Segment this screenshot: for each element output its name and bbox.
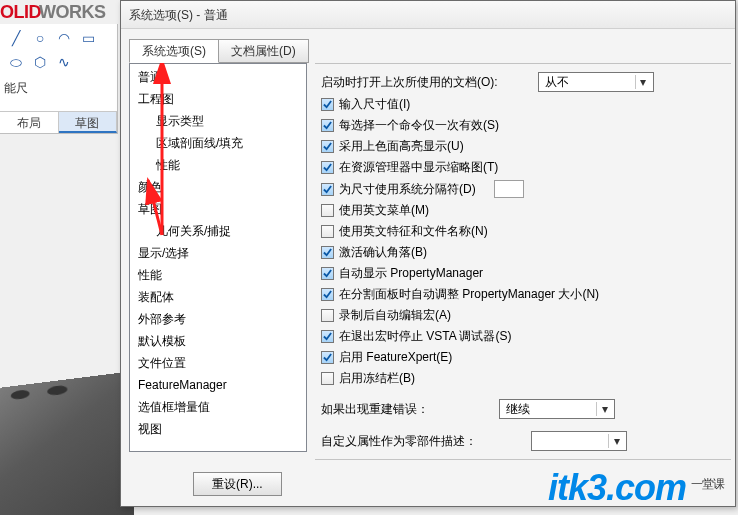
open-last-label: 启动时打开上次所使用的文档(O): (321, 74, 498, 91)
checkbox[interactable] (321, 351, 334, 364)
tree-item[interactable]: 草图 (130, 198, 306, 220)
checkbox[interactable] (321, 267, 334, 280)
ribbon-panel: ╱ ○ ◠ ▭ ⬭ ⬡ ∿ 能尺 布局 草图 (0, 24, 118, 134)
checkbox[interactable] (321, 161, 334, 174)
checkbox[interactable] (321, 119, 334, 132)
checkbox-label: 采用上色面高亮显示(U) (339, 138, 464, 155)
tree-item[interactable]: 显示类型 (130, 110, 306, 132)
chevron-down-icon: ▾ (596, 402, 612, 416)
watermark: itk3.com 一堂课 (548, 467, 724, 509)
tree-item[interactable]: FeatureManager (130, 374, 306, 396)
checkbox[interactable] (321, 372, 334, 385)
tree-item[interactable]: 外部参考 (130, 308, 306, 330)
rebuild-error-combo[interactable]: 继续 ▾ (499, 399, 615, 419)
chevron-down-icon: ▾ (608, 434, 624, 448)
tree-item[interactable]: 区域剖面线/填充 (130, 132, 306, 154)
options-dialog: 系统选项(S) - 普通 系统选项(S) 文档属性(D) 普通工程图显示类型区域… (120, 0, 736, 507)
chevron-down-icon: ▾ (635, 75, 651, 89)
tool-line-icon[interactable]: ╱ (6, 28, 26, 48)
checkbox[interactable] (321, 98, 334, 111)
checkbox-label: 启用冻结栏(B) (339, 370, 415, 387)
checkbox-label: 录制后自动编辑宏(A) (339, 307, 451, 324)
custom-prop-combo[interactable]: ▾ (531, 431, 627, 451)
tree-item[interactable]: 几何关系/捕捉 (130, 220, 306, 242)
checkbox-label: 输入尺寸值(I) (339, 96, 410, 113)
checkbox[interactable] (321, 140, 334, 153)
tree-item[interactable]: 默认模板 (130, 330, 306, 352)
checkbox[interactable] (321, 183, 334, 196)
ribbon-tab-sketch[interactable]: 草图 (59, 112, 118, 133)
tree-item[interactable]: 选值框增量值 (130, 396, 306, 418)
reset-button[interactable]: 重设(R)... (193, 472, 282, 496)
tree-item[interactable]: 性能 (130, 154, 306, 176)
checkbox-label: 使用英文菜单(M) (339, 202, 429, 219)
checkbox[interactable] (321, 246, 334, 259)
rebuild-error-label: 如果出现重建错误： (321, 401, 429, 418)
tree-item[interactable]: 普通 (130, 66, 306, 88)
dialog-tab-strip: 系统选项(S) 文档属性(D) (129, 39, 309, 63)
checkbox-label: 启用 FeatureXpert(E) (339, 349, 452, 366)
checkbox-label: 在退出宏时停止 VSTA 调试器(S) (339, 328, 511, 345)
ribbon-tab-layout[interactable]: 布局 (0, 112, 59, 133)
open-last-combo[interactable]: 从不 ▾ (538, 72, 654, 92)
checkbox-label: 激活确认角落(B) (339, 244, 427, 261)
checkbox[interactable] (321, 225, 334, 238)
tree-item[interactable]: 显示/选择 (130, 242, 306, 264)
tree-item[interactable]: 视图 (130, 418, 306, 440)
tree-item[interactable]: 装配体 (130, 286, 306, 308)
app-logo: OLIDWORKS (0, 2, 106, 23)
checkbox[interactable] (321, 309, 334, 322)
tool-circle-icon[interactable]: ○ (30, 28, 50, 48)
tool-arc-icon[interactable]: ◠ (54, 28, 74, 48)
tab-system-options[interactable]: 系统选项(S) (129, 39, 219, 63)
tool-rect-icon[interactable]: ▭ (78, 28, 98, 48)
checkbox-label: 在资源管理器中显示缩略图(T) (339, 159, 498, 176)
checkbox-label: 自动显示 PropertyManager (339, 265, 483, 282)
tree-item[interactable]: 工程图 (130, 88, 306, 110)
ribbon-section-label: 能尺 (0, 80, 28, 97)
checkbox[interactable] (321, 288, 334, 301)
checkbox-label: 使用英文特征和文件名称(N) (339, 223, 488, 240)
tool-ellipse-icon[interactable]: ⬭ (6, 52, 26, 72)
divider (315, 459, 731, 460)
checkbox-label: 为尺寸使用系统分隔符(D) (339, 181, 476, 198)
checkbox-label: 在分割面板时自动调整 PropertyManager 大小(N) (339, 286, 599, 303)
tool-spline-icon[interactable]: ∿ (54, 52, 74, 72)
options-right-pane: 启动时打开上次所使用的文档(O): 从不 ▾ 输入尺寸值(I)每选择一个命令仅一… (315, 63, 731, 452)
tool-hex-icon[interactable]: ⬡ (30, 52, 50, 72)
tree-item[interactable]: 颜色 (130, 176, 306, 198)
options-tree[interactable]: 普通工程图显示类型区域剖面线/填充性能颜色草图几何关系/捕捉显示/选择性能装配体… (129, 63, 307, 452)
checkbox-label: 每选择一个命令仅一次有效(S) (339, 117, 499, 134)
tree-item[interactable]: 文件位置 (130, 352, 306, 374)
model-preview (0, 372, 136, 515)
dialog-title: 系统选项(S) - 普通 (121, 1, 735, 29)
checkbox[interactable] (321, 330, 334, 343)
tree-item[interactable]: 性能 (130, 264, 306, 286)
custom-prop-label: 自定义属性作为零部件描述： (321, 433, 477, 450)
tab-document-properties[interactable]: 文档属性(D) (219, 39, 309, 63)
separator-input[interactable] (494, 180, 524, 198)
checkbox[interactable] (321, 204, 334, 217)
